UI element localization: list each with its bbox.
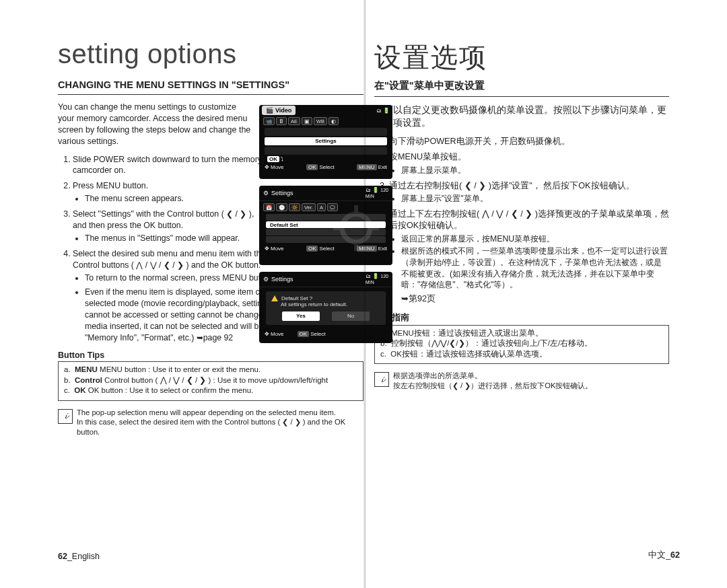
note-icon: 𝓲 [58,409,73,424]
popup-note-en: 𝓲 The pop-up selection menu will appear … [58,408,364,437]
step-4b1-zh: 返回正常的屏幕显示，按MENU菜单按钮。 [401,233,669,245]
lcd-screen-confirm: ⚙ Settings 🗂 🔋 120MIN Default Set ? All … [259,272,392,343]
note-line2-zh: 按左右控制按钮（❮ / ❯）进行选择，然后按下OK按钮确认。 [393,381,669,391]
chip-icon: 📅 [263,203,275,211]
chip-icon: ▣ [302,117,312,125]
lcd3-gear-icon: ⚙ [263,276,269,283]
chip-icon: 🕒 [276,203,287,211]
page-title-en: setting options [58,39,680,69]
step-2-en: Press MENU button. The menu screen appea… [73,180,269,205]
step-2a-zh: 屏幕上显示菜单。 [401,165,669,176]
chip-a: A [317,203,326,211]
manual-page: setting options 设置选项 CHANGING THE MENU S… [0,0,727,588]
lcd-screenshots: 🎬 Video 🗂 🔋 📹 🎚 AE ▣ WB ◐ Settings OK ⤵ … [259,105,392,350]
warning-icon [271,295,278,301]
lcd-screen-video: 🎬 Video 🗂 🔋 📹 🎚 AE ▣ WB ◐ Settings OK ⤵ … [259,105,392,179]
step-4b1-en: To return to the normal screen, press ME… [85,272,281,284]
step-1-zh: 向下滑动POWER电源开关，开启数码摄像机。 [389,136,669,147]
lcd1-row-settings: Settings [265,137,387,145]
lcd2-footer: ✥ Move OK Select MENU Exit [259,244,392,254]
tips-b-en: Control button ( ⋀ / ⋁ / ❮ / ❯ ) : Use i… [104,376,328,384]
tips-a-en: MENU button : Use it to enter or exit th… [100,365,261,373]
button-tips-box-en: a. MENU MENU button : Use it to enter or… [58,361,364,401]
page-number-right: 中文_62 [648,550,680,561]
chip-icon: 🖵 [327,203,338,211]
step-3a-zh: 屏幕上显示"设置"菜单。 [401,193,669,205]
intro-zh: 您可以自定义更改数码摄像机的菜单设置。按照以下步骤访问菜单，更改各项设置。 [374,104,669,129]
lcd3-warning-box: Default Set ? All settings return to def… [266,291,386,325]
lcd3-no-button: No [332,311,370,321]
lcd3-footer: ✥ Move OK Select [259,329,392,339]
button-tips-hdr-zh: 按钮指南 [374,312,669,324]
step-2a-en: The menu screen appears. [85,193,269,205]
lcd3-q: Default Set ? [281,295,312,301]
note-line1-zh: 根据选项弹出的所选菜单。 [393,371,669,381]
chip-icon: 📹 [263,117,275,125]
chip-icon: AE [288,117,300,125]
note-line2-en: In this case, select the desired item wi… [77,417,364,437]
chip-icon: WB [314,117,327,125]
chip-icon: 🔆 [289,203,300,211]
intro-en: You can change the menu settings to cust… [58,102,253,147]
tips-c-en: OK button : Use it to select or confirm … [88,386,253,394]
lcd1-row [265,128,387,136]
step-3a-en: The menus in "Settings" mode will appear… [85,233,269,244]
lcd2-row [266,214,386,221]
title-en-text: setting options [58,39,236,69]
step-4-zh: 通过上下左右控制按钮( ⋀ / ⋁ / ❮ / ❯ )选择预更改的子菜单或菜单项… [389,209,669,305]
lcd2-row-default-set: Default Set [266,221,386,228]
tips-a-zh: MENU按钮：通过该按钮进入或退出菜单。 [391,329,543,337]
lcd1-row [265,147,387,155]
lcd2-title: Settings [271,190,293,196]
steps-zh: 向下滑动POWER电源开关，开启数码摄像机。 按MENU菜单按钮。 屏幕上显示菜… [374,136,669,305]
lcd1-footer: ✥ Move OK Select MENU Exit [259,162,392,172]
lcd3-yes-button: Yes [282,311,320,321]
lcd1-status-icons: 🗂 🔋 [376,108,390,114]
page-title-zh: 设置选项 [374,39,487,76]
lcd2-row [266,236,386,243]
step-3-zh: 通过左右控制按钮( ❮ / ❯ )选择"设置"， 然后按下OK按钮确认。 屏幕上… [389,180,669,205]
popup-note-zh: 𝓲 根据选项弹出的所选菜单。 按左右控制按钮（❮ / ❯）进行选择，然后按下OK… [374,371,669,390]
lcd2-status-icons: 🗂 🔋 120MIN [366,187,388,199]
tips-b-zh: 控制按钮（⋀/⋁/❮/❯）：通过该按钮向上/下/左/右移动。 [391,339,592,347]
lcd3-sub: All settings return to default. [271,301,380,307]
chip-icon: ◐ [328,117,339,125]
step-4b3-zh: ➥第92页 [389,293,669,305]
lcd-screen-settings: ⚙ Settings 🗂 🔋 120MIN 📅 🕒 🔆 Ver. A 🖵 Def… [259,186,392,265]
tips-c-zh: OK按钮：通过该按钮选择或确认菜单选项。 [390,350,547,358]
button-tips-hdr-en: Button Tips [58,351,364,360]
step-1-en: Slide POWER switch downward to turn the … [73,154,269,177]
lcd1-ok: OK ⤵ [259,156,392,162]
page-number-left: 62_English [58,552,100,561]
note-icon: 𝓲 [374,372,389,387]
lcd2-row [266,229,386,235]
lcd2-gear-icon: ⚙ [263,190,269,196]
column-chinese: 在"设置"菜单中更改设置 您可以自定义更改数码摄像机的菜单设置。按照以下步骤访问… [374,79,669,390]
lcd3-title: Settings [271,276,293,283]
note-line1-en: The pop-up selection menu will appear de… [77,408,364,418]
lcd1-pill: 🎬 Video [262,106,296,115]
step-4b2-zh: 根据所选的模式不同，一些菜单选项即使显示出来，也不一定可以进行设置（录制开始/停… [401,246,669,291]
lcd3-status-icons: 🗂 🔋 120MIN [366,273,388,285]
chip-icon: 🎚 [276,117,287,125]
step-2-zh: 按MENU菜单按钮。 屏幕上显示菜单。 [389,151,669,176]
chip-ver: Ver. [302,203,316,211]
section-header-zh: 在"设置"菜单中更改设置 [374,79,669,97]
button-tips-box-zh: a. MENU按钮：通过该按钮进入或退出菜单。 b. 控制按钮（⋀/⋁/❮/❯）… [374,325,669,365]
section-header-en: CHANGING THE MENU SETTINGS IN "SETTINGS" [58,79,364,95]
step-3-en: Select "Settings" with the Control butto… [73,209,269,244]
